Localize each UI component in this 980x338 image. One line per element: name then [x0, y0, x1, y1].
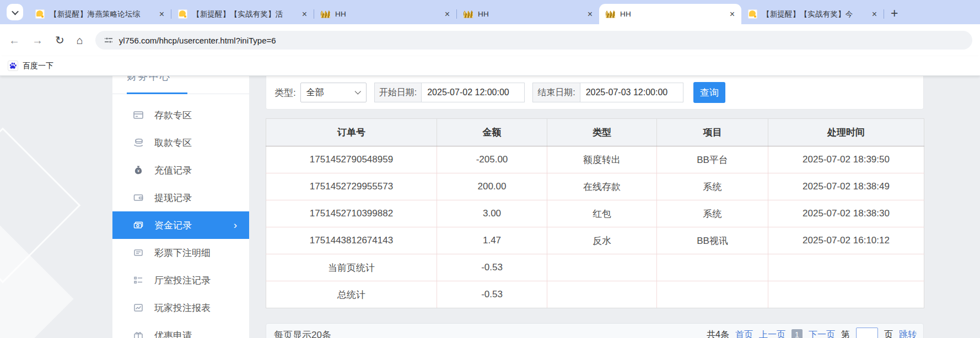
end-date-label: 结束日期:: [532, 83, 579, 102]
sidebar-item-lottery-bet-details[interactable]: 彩票下注明细: [112, 239, 249, 266]
sidebar-item-label: 厅室投注记录: [154, 274, 211, 287]
cell-project: 系统: [657, 200, 768, 227]
column-header-project: 项目: [657, 119, 768, 146]
type-label: 类型:: [274, 86, 296, 99]
sidebar-item-label: 提现记录: [154, 192, 192, 204]
cell-order-no: 1751452729955573: [266, 173, 437, 200]
end-date-input[interactable]: [580, 83, 683, 102]
sidebar-title: 财务中心: [127, 76, 171, 83]
list-squares-icon: [133, 275, 144, 286]
table-header-row: 订单号 金额 类型 项目 处理时间: [266, 119, 924, 146]
tab-title: HH: [335, 10, 443, 18]
close-icon[interactable]: ×: [157, 10, 166, 19]
pagination-jump-button[interactable]: 跳转: [899, 329, 917, 338]
cell-empty: [547, 281, 657, 308]
reload-icon[interactable]: ↻: [55, 35, 64, 46]
cell-type: 在线存款: [547, 173, 657, 200]
sidebar-item-player-bet-report[interactable]: 玩家投注报表: [112, 294, 249, 321]
pagination-bar: 每页显示20条 共4条 首页 上一页 1 下一页 第 页 跳转: [266, 323, 924, 338]
browser-tab-1[interactable]: 【新提醒】海燕策略论坛综 ×: [29, 4, 171, 24]
moneybag-icon: ¥: [133, 165, 144, 176]
cell-empty: [768, 281, 924, 308]
sidebar-item-label: 存款专区: [154, 109, 192, 122]
browser-tab-4[interactable]: HH ×: [457, 4, 599, 24]
close-icon[interactable]: ×: [443, 10, 452, 19]
cell-amount: 200.00: [437, 173, 547, 200]
close-icon[interactable]: ×: [870, 10, 879, 19]
tab-separator: [884, 9, 884, 19]
site-info-icon[interactable]: [104, 36, 113, 45]
withdraw-coins-icon: [133, 137, 144, 148]
bookmark-baidu[interactable]: 百度一下: [23, 61, 53, 71]
cell-type: 红包: [547, 200, 657, 227]
pagination-prev[interactable]: 上一页: [759, 329, 785, 338]
cell-summary-label: 当前页统计: [266, 254, 437, 281]
sidebar-item-hall-bet-records[interactable]: 厅室投注记录: [112, 266, 249, 294]
total-count-text: 共4条: [707, 329, 729, 338]
address-toolbar: ← → ↻ ⌂ yl756.com/hhcp/usercenter.html?i…: [0, 24, 980, 56]
filter-bar: 类型: 全部 开始日期: 结束日期: 查询: [266, 76, 924, 110]
main-content: 类型: 全部 开始日期: 结束日期: 查询 订单号 金额 类型: [266, 76, 924, 338]
tab-title: 【新提醒】【实战有奖】今: [762, 9, 870, 19]
sidebar-item-recharge-records[interactable]: ¥ 充值记录: [112, 156, 249, 184]
tab-title: HH: [620, 10, 728, 18]
close-icon[interactable]: ×: [585, 10, 595, 19]
cell-amount: 3.00: [437, 200, 547, 227]
sidebar-item-promo-apply[interactable]: 优惠申请: [112, 321, 249, 338]
browser-tab-bar: 【新提醒】海燕策略论坛综 × 【新提醒】【实战有奖】活 × HH × HH × …: [0, 0, 980, 24]
sidebar-item-funds-records[interactable]: 资金记录 ›: [112, 211, 249, 239]
hh-icon: [464, 10, 473, 18]
browser-tab-5-active[interactable]: HH ×: [599, 4, 741, 24]
cell-summary-label: 总统计: [266, 281, 437, 308]
page-jump-input[interactable]: [856, 328, 878, 338]
close-icon[interactable]: ×: [300, 10, 309, 19]
type-select[interactable]: 全部: [300, 83, 367, 102]
banknotes-icon: [133, 220, 144, 231]
close-icon[interactable]: ×: [728, 10, 737, 19]
pagination-next[interactable]: 下一页: [809, 329, 835, 338]
cell-amount: -0.53: [437, 281, 547, 308]
column-header-order-no: 订单号: [266, 119, 437, 146]
start-date-label: 开始日期:: [374, 83, 421, 102]
pagination-current-page[interactable]: 1: [791, 329, 803, 338]
url-text: yl756.com/hhcp/usercenter.html?iniType=6: [119, 36, 276, 45]
browser-tab-6[interactable]: 【新提醒】【实战有奖】今 ×: [741, 4, 884, 24]
cell-empty: [768, 254, 924, 281]
pagination-first[interactable]: 首页: [735, 329, 753, 338]
home-icon[interactable]: ⌂: [77, 35, 83, 46]
sidebar-title-underline: [127, 92, 187, 94]
funds-records-table: 订单号 金额 类型 项目 处理时间 1751452790548959 -205.…: [266, 118, 924, 308]
cell-empty: [547, 254, 657, 281]
back-icon[interactable]: ←: [9, 35, 20, 46]
page-size-text: 每页显示20条: [274, 329, 331, 338]
jump-prefix: 第: [841, 329, 850, 338]
chevron-right-icon: ›: [234, 219, 237, 231]
address-bar[interactable]: yl756.com/hhcp/usercenter.html?iniType=6: [95, 31, 972, 50]
column-header-process-time: 处理时间: [768, 119, 924, 146]
sidebar-item-withdraw-records[interactable]: 提现记录: [112, 184, 249, 211]
sidebar-item-label: 资金记录: [154, 219, 192, 232]
new-tab-button[interactable]: +: [891, 7, 898, 20]
bookmarks-bar: 百度一下: [0, 56, 980, 76]
forward-icon[interactable]: →: [32, 35, 43, 46]
cell-process-time: 2025-07-02 16:10:12: [768, 227, 924, 254]
browser-tab-2[interactable]: 【新提醒】【实战有奖】活 ×: [171, 4, 314, 24]
cell-project: BB视讯: [657, 227, 768, 254]
browser-tab-3[interactable]: HH ×: [314, 4, 456, 24]
sidebar-item-deposit-zone[interactable]: 存款专区: [112, 101, 249, 129]
hh-icon: [606, 10, 615, 18]
sidebar-item-label: 取款专区: [154, 137, 192, 149]
cell-amount: -0.53: [437, 254, 547, 281]
table-row: 1751452729955573 200.00 在线存款 系统 2025-07-…: [266, 173, 924, 200]
tab-search-button[interactable]: [7, 4, 23, 20]
cell-order-no: 1751452790548959: [266, 146, 437, 173]
cell-process-time: 2025-07-02 18:38:49: [768, 173, 924, 200]
cell-project: 系统: [657, 173, 768, 200]
start-date-input[interactable]: [421, 83, 525, 102]
search-button[interactable]: 查询: [693, 82, 725, 103]
forum-icon: [35, 9, 45, 19]
sidebar-item-withdraw-zone[interactable]: 取款专区: [112, 129, 249, 156]
cell-order-no: 1751452710399882: [266, 200, 437, 227]
cell-type: 额度转出: [547, 146, 657, 173]
forum-icon: [748, 9, 757, 19]
